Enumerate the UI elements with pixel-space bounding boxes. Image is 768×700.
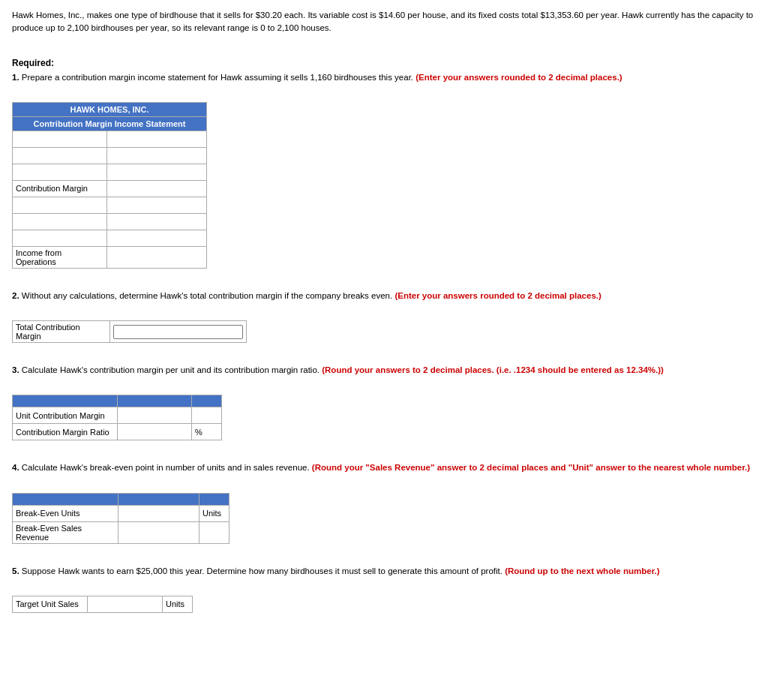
tus-label: Target Unit Sales: [13, 596, 88, 612]
income-from-operations-input-cell: [106, 246, 206, 268]
section1-num: 1.: [12, 73, 20, 82]
bep-header-col3: [199, 493, 229, 505]
table-row: [13, 131, 207, 147]
section5-text: Suppose Hawk wants to earn $25,000 this …: [22, 566, 502, 575]
bep-revenue-row: Break-Even Sales Revenue: [13, 521, 230, 543]
total-cm-table: Total Contribution Margin: [12, 320, 247, 343]
table-row: [13, 213, 207, 230]
contribution-margin-label: Contribution Margin: [13, 180, 107, 197]
row7-input-cell: [106, 230, 206, 246]
bep-header-col1: [13, 493, 118, 505]
table-row: [13, 230, 207, 246]
bep-revenue-input[interactable]: [122, 528, 196, 537]
section4-num: 4.: [12, 463, 20, 472]
bep-table: Break-Even Units Units Break-Even Sales …: [12, 493, 230, 544]
ucm-label: Unit Contribution Margin: [13, 407, 118, 424]
table-row: [13, 197, 207, 213]
ucm-header-col3: [192, 395, 222, 407]
total-cm-row: Total Contribution Margin: [13, 321, 247, 343]
income-from-operations-input[interactable]: [110, 253, 203, 262]
bep-units-unit: Units: [199, 505, 229, 521]
ucm-pct-cell: [192, 407, 222, 424]
row7-label: [13, 230, 107, 246]
bep-units-input[interactable]: [122, 509, 196, 518]
section3-num: 3.: [12, 365, 20, 374]
ucm-input-cell: [118, 407, 192, 424]
contribution-margin-input-cell: [106, 180, 206, 197]
section1-text: Prepare a contribution margin income sta…: [22, 73, 413, 82]
bep-header-col2: [118, 493, 199, 505]
tus-unit: Units: [163, 596, 193, 612]
contribution-margin-input[interactable]: [110, 184, 203, 193]
ucm-header-col1: [13, 395, 118, 407]
required-label: Required:: [12, 58, 756, 68]
tus-input[interactable]: [91, 599, 159, 608]
row6-input[interactable]: [110, 217, 203, 226]
row6-label: [13, 213, 107, 230]
row3-input-cell: [106, 164, 206, 180]
ucm-row: Unit Contribution Margin: [13, 407, 222, 424]
row2-label: [13, 147, 107, 164]
tus-input-cell: [88, 596, 163, 612]
bep-units-label: Break-Even Units: [13, 505, 118, 521]
row1-label: [13, 131, 107, 147]
section2-redtext: (Enter your answers rounded to 2 decimal…: [394, 291, 601, 300]
row2-input[interactable]: [110, 151, 203, 160]
section2-question: 2. Without any calculations, determine H…: [12, 290, 756, 302]
section4-redtext: (Round your "Sales Revenue" answer to 2 …: [312, 463, 750, 472]
section5-question: 5. Suppose Hawk wants to earn $25,000 th…: [12, 565, 756, 578]
ucm-header-row: [13, 395, 222, 407]
income-statement-table: HAWK HOMES, INC. Contribution Margin Inc…: [12, 102, 207, 269]
cmr-input-cell: [118, 424, 192, 440]
total-cm-input[interactable]: [113, 325, 243, 339]
bep-revenue-input-cell: [118, 521, 199, 543]
ucm-header-col2: [118, 395, 192, 407]
total-cm-input-cell: [110, 321, 247, 343]
section1-question: 1. Prepare a contribution margin income …: [12, 71, 756, 84]
section2-text: Without any calculations, determine Hawk…: [22, 291, 392, 300]
bep-units-input-cell: [118, 505, 199, 521]
cmr-row: Contribution Margin Ratio %: [13, 424, 222, 440]
bep-revenue-unit: [199, 521, 229, 543]
bep-header-row: [13, 493, 230, 505]
section3-redtext: (Round your answers to 2 decimal places.…: [322, 365, 664, 374]
table-title: HAWK HOMES, INC.: [13, 102, 207, 116]
section4-question: 4. Calculate Hawk's break-even point in …: [12, 461, 756, 474]
section3-question: 3. Calculate Hawk's contribution margin …: [12, 364, 756, 377]
intro-text: Hawk Homes, Inc., makes one type of bird…: [12, 9, 756, 35]
section2-num: 2.: [12, 291, 20, 300]
bep-revenue-label: Break-Even Sales Revenue: [13, 521, 118, 543]
section5-num: 5.: [12, 566, 20, 575]
income-from-operations-label: Income from Operations: [13, 246, 107, 268]
table-row: [13, 164, 207, 180]
ucm-input[interactable]: [121, 411, 188, 420]
ucm-table: Unit Contribution Margin Contribution Ma…: [12, 395, 222, 440]
row5-label: [13, 197, 107, 213]
section1-redtext: (Enter your answers rounded to 2 decimal…: [416, 73, 622, 82]
row3-label: [13, 164, 107, 180]
total-cm-label: Total Contribution Margin: [13, 321, 110, 343]
row1-input[interactable]: [110, 134, 203, 143]
tus-row: Target Unit Sales Units: [13, 596, 193, 612]
row2-input-cell: [106, 147, 206, 164]
contribution-margin-row: Contribution Margin: [13, 180, 207, 197]
target-unit-sales-table: Target Unit Sales Units: [12, 596, 193, 613]
table-row: [13, 147, 207, 164]
cmr-input[interactable]: [121, 428, 188, 437]
income-from-operations-row: Income from Operations: [13, 246, 207, 268]
section3-text: Calculate Hawk's contribution margin per…: [22, 365, 320, 374]
cmr-pct: %: [192, 424, 222, 440]
row3-input[interactable]: [110, 167, 203, 176]
section4-text: Calculate Hawk's break-even point in num…: [22, 463, 310, 472]
row6-input-cell: [106, 213, 206, 230]
bep-units-row: Break-Even Units Units: [13, 505, 230, 521]
table-subtitle: Contribution Margin Income Statement: [13, 116, 207, 131]
row7-input[interactable]: [110, 233, 203, 242]
section5-redtext: (Round up to the next whole number.): [505, 566, 659, 575]
row1-input-cell: [106, 131, 206, 147]
cmr-label: Contribution Margin Ratio: [13, 424, 118, 440]
row5-input-cell: [106, 197, 206, 213]
row5-input[interactable]: [110, 200, 203, 209]
